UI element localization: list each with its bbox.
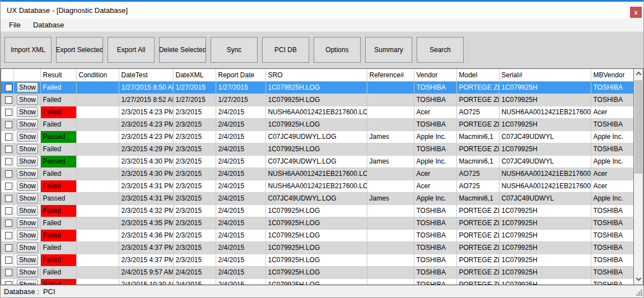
cell-vendor: TOSHIBA [414, 229, 456, 241]
row-checkbox[interactable] [5, 195, 12, 202]
table-row[interactable]: ShowFailed2/3/2015 4:37 PM2/3/20152/4/20… [1, 254, 634, 266]
show-button[interactable]: Show [17, 181, 38, 191]
table-row[interactable]: ShowPassed2/3/2015 4:30 PM2/3/20152/4/20… [1, 155, 634, 167]
row-checkbox[interactable] [5, 158, 12, 165]
show-button[interactable]: Show [17, 255, 38, 265]
toolbar-button-delete-selected[interactable]: Delete Selected [159, 37, 206, 63]
resize-grip[interactable] [636, 290, 642, 296]
toolbar-button-export-selected[interactable]: Export Selected [56, 37, 103, 63]
row-checkbox[interactable] [5, 183, 12, 190]
scroll-up-button[interactable] [634, 69, 643, 78]
cell-date-xml: 2/3/2015 [173, 241, 216, 254]
show-button[interactable]: Show [17, 144, 38, 154]
result-cell: Failed [40, 118, 76, 131]
cell-report-date: 2/4/2015 [216, 229, 265, 241]
table-row[interactable]: ShowFailed1/27/2015 8:50 AM1/27/20151/27… [1, 81, 634, 94]
table-row[interactable]: ShowFailed2/3/2015 4:23 PM2/3/20152/4/20… [1, 106, 634, 118]
table-row[interactable]: ShowFailed2/4/2015 10:30 AM2/4/20152/4/2… [1, 278, 634, 285]
row-checkbox[interactable] [5, 244, 12, 252]
cell-mb-vendor: Apple Inc. [591, 155, 634, 167]
show-button[interactable]: Show [17, 243, 38, 253]
toolbar-button-pci-db[interactable]: PCI DB [262, 37, 309, 63]
cell-reference [367, 241, 414, 254]
row-checkbox[interactable] [5, 96, 12, 104]
table-row[interactable]: ShowFailed2/3/2015 4:35 PM2/3/20152/4/20… [1, 217, 634, 229]
row-checkbox[interactable] [5, 257, 12, 264]
scroll-down-button[interactable] [634, 275, 643, 285]
row-checkbox[interactable] [5, 232, 12, 239]
table-row[interactable]: ShowFailed1/27/2015 8:52 AM1/27/20151/27… [1, 94, 634, 106]
show-button[interactable]: Show [17, 230, 38, 240]
cell-sro: 1C079925H.LOG [265, 254, 367, 266]
show-button[interactable]: Show [17, 218, 38, 228]
toolbar-button-export-all[interactable]: Export All [108, 37, 155, 63]
show-button[interactable]: Show [17, 119, 38, 129]
show-button[interactable]: Show [17, 267, 38, 277]
close-button[interactable]: x [630, 7, 642, 18]
toolbar-button-import-xml[interactable]: Import XML [4, 37, 52, 63]
show-button[interactable]: Show [17, 280, 38, 285]
table-row[interactable]: ShowFailed2/3/2015 4:37 PM2/3/20152/4/20… [1, 241, 634, 254]
show-button[interactable]: Show [17, 206, 38, 216]
toolbar-button-sync[interactable]: Sync [211, 37, 258, 63]
show-button[interactable]: Show [17, 169, 38, 179]
cell-mb-vendor: Apple Inc. [591, 192, 634, 204]
table-row[interactable]: ShowFailed2/3/2015 4:32 PM2/3/20152/4/20… [1, 204, 634, 217]
column-header-model: Model [456, 69, 499, 81]
table-row[interactable]: ShowPassed2/3/2015 4:31 PM2/3/20152/4/20… [1, 192, 634, 204]
table-row[interactable]: ShowFailed2/3/2015 4:29 PM2/3/20152/4/20… [1, 143, 634, 155]
cell-report-date: 2/4/2015 [216, 155, 265, 167]
table-row[interactable]: ShowFailed2/3/2015 4:23 PM2/3/20152/4/20… [1, 118, 634, 131]
table-row[interactable]: ShowFailed2/4/2015 9:57 AM2/4/20152/4/20… [1, 266, 634, 278]
cell-date-test: 2/3/2015 4:32 PM [119, 204, 173, 217]
row-checkbox[interactable] [5, 133, 12, 141]
menu-file[interactable]: File [3, 18, 27, 31]
cell-sro: C07JC49UDWYL.LOG [265, 131, 367, 143]
result-cell: Failed [40, 106, 76, 118]
scrollbar-thumb[interactable] [634, 80, 642, 174]
row-checkbox[interactable] [5, 207, 12, 215]
row-checkbox[interactable] [5, 121, 12, 128]
result-cell: Failed [40, 278, 76, 285]
show-button[interactable]: Show [17, 132, 38, 142]
show-button[interactable]: Show [17, 107, 38, 117]
cell-model: PORTEGE Z835 [456, 81, 499, 94]
title-bar[interactable]: UX Database - [Diagnostic Database] x [1, 2, 643, 18]
result-cell: Failed [40, 266, 76, 278]
column-header-serial: Serial# [499, 69, 591, 81]
toolbar-button-search[interactable]: Search [417, 37, 464, 63]
row-checkbox[interactable] [5, 281, 12, 286]
show-button[interactable]: Show [17, 82, 38, 92]
row-checkbox[interactable] [5, 269, 12, 276]
cell-mb-vendor: TOSHIBA [591, 217, 634, 229]
show-button[interactable]: Show [17, 193, 38, 203]
show-button[interactable]: Show [17, 95, 38, 105]
cell-date-xml: 1/27/2015 [173, 81, 216, 94]
table-row[interactable]: ShowPassed2/3/2015 4:23 PM2/3/20152/4/20… [1, 131, 634, 143]
cell-sro: C07JC49UDWYL.LOG [265, 155, 367, 167]
show-button[interactable]: Show [17, 156, 38, 166]
cell-mb-vendor: TOSHIBA [591, 266, 634, 278]
show-cell: Show [13, 106, 40, 118]
row-checkbox[interactable] [5, 220, 12, 227]
row-checkbox[interactable] [5, 109, 12, 116]
cell-model: PORTEGE Z835 [456, 254, 499, 266]
show-cell: Show [13, 266, 40, 278]
row-checkbox[interactable] [5, 170, 12, 178]
toolbar-button-summary[interactable]: Summary [365, 37, 412, 63]
cell-date-xml: 2/3/2015 [173, 254, 216, 266]
cell-date-test: 2/3/2015 4:30 PM [119, 155, 173, 167]
result-cell: Passed [40, 131, 76, 143]
table-row[interactable]: ShowFailed2/3/2015 4:30 PM2/3/20152/4/20… [1, 167, 634, 180]
row-checkbox[interactable] [5, 84, 12, 91]
select-cell [1, 192, 13, 204]
table-row[interactable]: ShowFailed2/3/2015 4:31 PM2/3/20152/4/20… [1, 180, 634, 192]
toolbar-button-options[interactable]: Options [314, 37, 361, 63]
cell-condition [76, 192, 119, 204]
vertical-scrollbar[interactable] [633, 69, 643, 285]
row-checkbox[interactable] [5, 146, 12, 153]
table-row[interactable]: ShowFailed2/3/2015 4:36 PM2/3/20152/4/20… [1, 229, 634, 241]
cell-report-date: 2/4/2015 [216, 143, 265, 155]
result-cell: Failed [40, 81, 76, 94]
menu-database[interactable]: Database [27, 18, 71, 31]
